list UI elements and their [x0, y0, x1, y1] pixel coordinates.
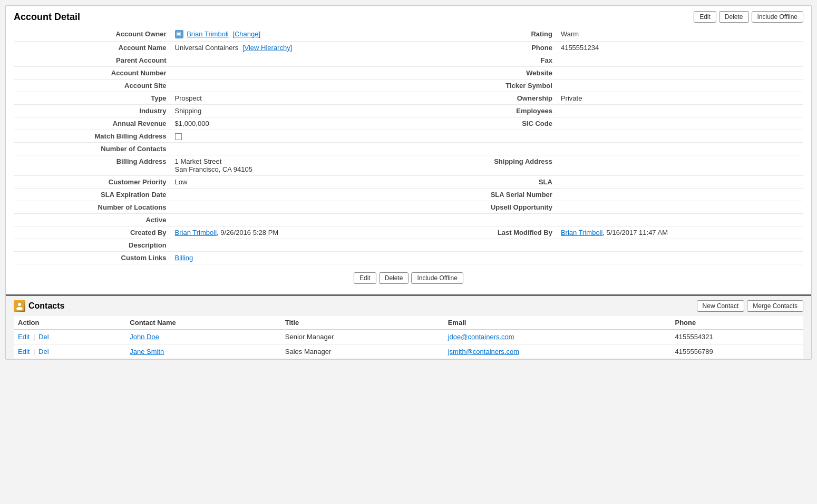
- contacts-buttons: New Contact Merge Contacts: [697, 300, 803, 312]
- table-row: Custom Links Billing: [14, 251, 803, 264]
- website-value: [558, 66, 803, 79]
- table-row: SLA Expiration Date SLA Serial Number: [14, 188, 803, 201]
- merge-contacts-button[interactable]: Merge Contacts: [747, 300, 803, 312]
- upsell-opportunity-value: [558, 201, 803, 213]
- empty-label: [435, 130, 558, 142]
- account-number-value: [172, 66, 435, 79]
- contact-name-cell: John Doe: [125, 329, 280, 344]
- created-by-value: Brian Trimboli, 9/26/2016 5:28 PM: [172, 226, 435, 239]
- account-owner-link[interactable]: Brian Trimboli: [187, 30, 228, 38]
- phone-value: 4155551234: [558, 41, 803, 54]
- contact-name-link[interactable]: Jane Smith: [130, 348, 164, 355]
- annual-revenue-label: Annual Revenue: [14, 117, 172, 130]
- include-offline-button-top[interactable]: Include Offline: [752, 11, 804, 23]
- account-owner-change-link[interactable]: [Change]: [232, 30, 260, 38]
- header-buttons-top: Edit Delete Include Offline: [694, 11, 803, 23]
- last-modified-link[interactable]: Brian Trimboli: [561, 229, 602, 236]
- include-offline-button-bottom[interactable]: Include Offline: [411, 272, 463, 284]
- edit-contact-link[interactable]: Edit: [18, 333, 30, 341]
- action-cell: Edit | Del: [14, 329, 125, 344]
- contact-name-link[interactable]: John Doe: [130, 333, 159, 341]
- contacts-table-header: Action Contact Name Title Email Phone: [14, 316, 803, 330]
- edit-button-top[interactable]: Edit: [694, 11, 716, 23]
- customer-priority-value: Low: [172, 175, 435, 188]
- fax-value: [558, 54, 803, 66]
- contacts-table-row: Edit | Del John Doe Senior Manager jdoe@…: [14, 329, 803, 344]
- table-row: Billing Address 1 Market Street San Fran…: [14, 155, 803, 175]
- action-cell: Edit | Del: [14, 344, 125, 359]
- parent-account-label: Parent Account: [14, 54, 172, 66]
- industry-label: Industry: [14, 104, 172, 117]
- col-phone: Phone: [671, 316, 804, 330]
- sla-serial-label: SLA Serial Number: [435, 188, 558, 201]
- empty-label3: [435, 213, 558, 226]
- contact-email-cell: jsmith@containers.com: [444, 344, 671, 359]
- contacts-header: Contacts New Contact Merge Contacts: [14, 300, 803, 312]
- contact-name-cell: Jane Smith: [125, 344, 280, 359]
- custom-links-label: Custom Links: [14, 251, 172, 264]
- created-by-label: Created By: [14, 226, 172, 239]
- sla-expiration-value: [172, 188, 435, 201]
- sla-value: [558, 175, 803, 188]
- action-separator: |: [33, 333, 35, 341]
- parent-account-value: [172, 54, 435, 66]
- del-contact-link[interactable]: Del: [38, 348, 49, 355]
- billing-link[interactable]: Billing: [175, 254, 193, 262]
- last-modified-date: , 5/16/2017 11:47 AM: [602, 229, 668, 236]
- sla-label: SLA: [435, 175, 558, 188]
- active-label: Active: [14, 213, 172, 226]
- user-icon: [175, 30, 183, 38]
- del-contact-link[interactable]: Del: [38, 333, 49, 341]
- view-hierarchy-link[interactable]: [View Hierarchy]: [242, 44, 292, 52]
- table-row: Number of Contacts: [14, 142, 803, 155]
- empty-label4: [435, 239, 558, 251]
- col-email: Email: [444, 316, 671, 330]
- fax-label: Fax: [435, 54, 558, 66]
- table-row: Parent Account Fax: [14, 54, 803, 66]
- number-of-contacts-value: [172, 142, 435, 155]
- custom-links-value: Billing: [172, 251, 435, 264]
- edit-contact-link[interactable]: Edit: [18, 348, 30, 355]
- number-of-locations-label: Number of Locations: [14, 201, 172, 213]
- contacts-title: Contacts: [28, 301, 697, 311]
- created-by-link[interactable]: Brian Trimboli: [175, 229, 217, 236]
- ownership-value: Private: [558, 92, 803, 104]
- action-separator: |: [33, 348, 35, 355]
- rating-label: Rating: [435, 28, 558, 41]
- last-modified-value: Brian Trimboli, 5/16/2017 11:47 AM: [558, 226, 803, 239]
- account-name-label: Account Name: [14, 41, 172, 54]
- table-row: Created By Brian Trimboli, 9/26/2016 5:2…: [14, 226, 803, 239]
- contact-email-link[interactable]: jsmith@containers.com: [448, 348, 519, 355]
- edit-button-bottom[interactable]: Edit: [354, 272, 376, 284]
- table-row: Match Billing Address: [14, 130, 803, 142]
- active-value: [172, 213, 435, 226]
- table-row: Industry Shipping Employees: [14, 104, 803, 117]
- account-owner-label: Account Owner: [14, 28, 172, 41]
- contacts-table: Action Contact Name Title Email Phone Ed…: [14, 316, 803, 359]
- employees-value: [558, 104, 803, 117]
- delete-button-bottom[interactable]: Delete: [379, 272, 409, 284]
- account-site-value: [172, 79, 435, 92]
- created-by-date: , 9/26/2016 5:28 PM: [217, 229, 278, 236]
- annual-revenue-value: $1,000,000: [172, 117, 435, 130]
- table-row: Active: [14, 213, 803, 226]
- section-header: Account Detail Edit Delete Include Offli…: [14, 11, 803, 23]
- match-billing-checkbox[interactable]: [175, 133, 182, 140]
- table-row: Type Prospect Ownership Private: [14, 92, 803, 104]
- new-contact-button[interactable]: New Contact: [697, 300, 745, 312]
- account-detail-section: Account Detail Edit Delete Include Offli…: [6, 6, 811, 294]
- delete-button-top[interactable]: Delete: [719, 11, 749, 23]
- empty-value5: [558, 251, 803, 264]
- col-title: Title: [281, 316, 444, 330]
- billing-address-line1: 1 Market Street: [175, 157, 222, 165]
- account-site-label: Account Site: [14, 79, 172, 92]
- description-value: [172, 239, 435, 251]
- ticker-symbol-label: Ticker Symbol: [435, 79, 558, 92]
- description-label: Description: [14, 239, 172, 251]
- table-row: Account Name Universal Containers [View …: [14, 41, 803, 54]
- table-row: Number of Locations Upsell Opportunity: [14, 201, 803, 213]
- contact-email-link[interactable]: jdoe@containers.com: [448, 333, 514, 341]
- page-title: Account Detail: [14, 12, 80, 23]
- rating-value: Warm: [558, 28, 803, 41]
- account-name-value: Universal Containers [View Hierarchy]: [172, 41, 435, 54]
